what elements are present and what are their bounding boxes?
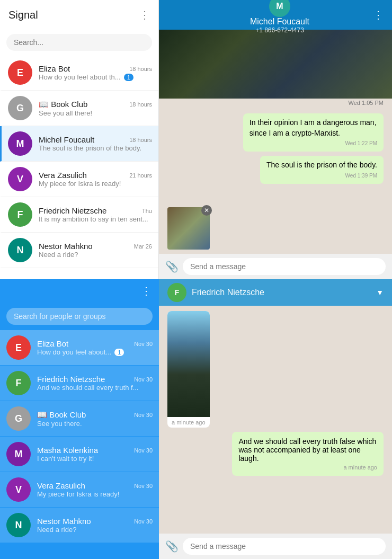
- avatar-michel: M: [8, 131, 32, 156]
- contact-preview-friedrich: It is my ambition to say in ten sent...: [39, 215, 152, 223]
- contact-item-bottom-vera_b[interactable]: V Vera Zasulich Nov 30 My piece for Iskr…: [0, 472, 159, 507]
- badge-eliza: 1: [124, 74, 133, 81]
- contact-item-bottom-friedrich_b[interactable]: F Friedrich Nietzsche Nov 30 And we shou…: [0, 366, 159, 401]
- contact-name-bookclub: 📖 Book Club: [39, 100, 87, 109]
- chat-input-bottom[interactable]: [183, 538, 386, 555]
- attach-icon-top[interactable]: 📎: [165, 260, 179, 273]
- contact-preview-bottom-bookclub_b: See you there.: [37, 420, 153, 428]
- timestamp-above-messages: Wed 1:05 PM: [159, 99, 392, 108]
- contact-name-michel: Michel Foucault: [39, 135, 94, 144]
- chat-header-top: M Michel Foucault +1 866-672-4473 ⋮: [159, 0, 392, 30]
- message-2: The soul is the prison of the body.Wed 1…: [260, 156, 384, 184]
- contact-info-vera: Vera Zasulich 21 hours My piece for Iskr…: [39, 171, 152, 188]
- message-1: In their opinion I am a dangerous man, s…: [243, 113, 384, 152]
- avatar-bottom-masha_b: M: [6, 442, 31, 466]
- avatar-bottom-friedrich_b: F: [6, 371, 31, 395]
- contact-item-bookclub[interactable]: G 📖 Book Club 18 hours See you all there…: [0, 91, 158, 126]
- contact-info-nestor: Nestor Mahkno Mar 26 Need a ride?: [39, 242, 152, 259]
- message-time-2: Wed 1:39 PM: [266, 172, 377, 180]
- contact-time-vera: 21 hours: [129, 172, 152, 179]
- chat-more-icon[interactable]: ⋮: [373, 8, 384, 21]
- header-avatar-top: M: [269, 0, 290, 17]
- contact-preview-bookclub: See you all there!: [39, 109, 152, 117]
- app-header: Signal ⋮: [0, 0, 158, 30]
- contact-time-michel: 18 hours: [129, 137, 152, 143]
- contact-preview-nestor: Need a ride?: [39, 251, 152, 259]
- avatar-bottom-vera_b: V: [6, 477, 31, 502]
- contact-time-eliza: 18 hours: [129, 66, 152, 72]
- chat-contact-phone: +1 866-672-4473: [255, 26, 304, 34]
- contact-time-bottom-nestor_b: Nov 30: [134, 518, 153, 525]
- contact-info-bottom-friedrich_b: Friedrich Nietzsche Nov 30 And we should…: [37, 375, 153, 392]
- app-title: Signal: [8, 9, 38, 21]
- contact-time-bottom-eliza_b: Nov 30: [134, 341, 153, 347]
- contact-time-nestor: Mar 26: [134, 243, 152, 250]
- contact-preview-bottom-friedrich_b: And we should call every truth f...: [37, 384, 153, 392]
- chat-input-area-bottom: 📎: [159, 534, 392, 559]
- contact-name-bottom-eliza_b: Eliza Bot: [37, 339, 68, 348]
- contact-info-eliza: Eliza Bot 18 hours How do you feel about…: [39, 64, 152, 81]
- contact-time-bottom-friedrich_b: Nov 30: [134, 376, 153, 383]
- search-bar-top: [0, 30, 158, 55]
- contact-info-bottom-masha_b: Masha Kolenkina Nov 30 I can't wait to t…: [37, 446, 153, 463]
- dropdown-icon[interactable]: ▼: [376, 288, 384, 297]
- chat-bottom-messages: a minute ago And we should call every tr…: [159, 306, 392, 534]
- attach-icon-bottom[interactable]: 📎: [165, 540, 179, 553]
- search-input-top[interactable]: [6, 34, 152, 51]
- contact-item-bottom-masha_b[interactable]: M Masha Kolenkina Nov 30 I can't wait to…: [0, 437, 159, 472]
- contact-preview-bottom-nestor_b: Need a ride?: [37, 526, 153, 534]
- contact-info-bottom-vera_b: Vera Zasulich Nov 30 My piece for Iskra …: [37, 481, 153, 498]
- image-preview-area: ✕: [159, 203, 392, 254]
- contact-info-friedrich: Friedrich Nietzsche Thu It is my ambitio…: [39, 206, 152, 223]
- avatar-vera: V: [8, 167, 32, 191]
- contact-preview-michel: The soul is the prison of the body.: [39, 144, 152, 152]
- chat-bottom-avatar: F: [167, 283, 186, 302]
- avatar-bottom-eliza_b: E: [6, 335, 31, 360]
- contact-name-bottom-vera_b: Vera Zasulich: [37, 481, 85, 490]
- remove-image-button[interactable]: ✕: [201, 205, 212, 216]
- image-message-photo: [167, 311, 210, 417]
- contact-info-bottom-bookclub_b: 📖 Book Club Nov 30 See you there.: [37, 410, 153, 428]
- image-message-container: a minute ago: [167, 311, 210, 428]
- avatar-bottom-nestor_b: N: [6, 513, 31, 537]
- chat-contact-name: Michel Foucault: [250, 17, 309, 26]
- contact-info-bottom-eliza_b: Eliza Bot Nov 30 How do you feel about..…: [37, 339, 153, 356]
- avatar-friedrich: F: [8, 202, 32, 227]
- chat-top-photo: [159, 30, 392, 99]
- contact-name-bottom-nestor_b: Nestor Mahkno: [37, 517, 91, 526]
- contact-item-vera[interactable]: V Vera Zasulich 21 hours My piece for Is…: [0, 162, 158, 197]
- chat-bottom-contact-name: Friedrich Nietzsche: [192, 288, 373, 297]
- search-input-bottom[interactable]: [6, 308, 153, 325]
- more-options-icon[interactable]: ⋮: [139, 8, 150, 21]
- contact-time-bottom-vera_b: Nov 30: [134, 483, 153, 489]
- avatar-nestor: N: [8, 238, 32, 262]
- image-message-time: a minute ago: [167, 417, 210, 428]
- chat-input-area-top: 📎: [159, 254, 392, 279]
- sent-message-bottom: And we should call every truth false whi…: [232, 432, 384, 476]
- contact-time-bottom-bookclub_b: Nov 30: [134, 412, 153, 418]
- avatar-bookclub: G: [8, 96, 32, 120]
- contact-item-bottom-nestor_b[interactable]: N Nestor Mahkno Nov 30 Need a ride?: [0, 508, 159, 543]
- chat-bottom-header: F Friedrich Nietzsche ▼: [159, 279, 392, 306]
- contact-item-friedrich[interactable]: F Friedrich Nietzsche Thu It is my ambit…: [0, 197, 158, 233]
- contact-info-bottom-nestor_b: Nestor Mahkno Nov 30 Need a ride?: [37, 517, 153, 534]
- avatar-eliza: E: [8, 60, 32, 85]
- contact-item-eliza[interactable]: E Eliza Bot 18 hours How do you feel abo…: [0, 55, 158, 91]
- contact-item-michel[interactable]: M Michel Foucault 18 hours The soul is t…: [0, 126, 158, 162]
- contact-list-bottom: E Eliza Bot Nov 30 How do you feel about…: [0, 330, 159, 559]
- message-time-1: Wed 1:22 PM: [250, 140, 377, 147]
- bottom-header-bar: ⋮: [0, 279, 159, 303]
- contact-info-bookclub: 📖 Book Club 18 hours See you all there!: [39, 100, 152, 117]
- contact-preview-bottom-eliza_b: How do you feel about... 1: [37, 348, 153, 356]
- chat-header-info: M Michel Foucault +1 866-672-4473: [186, 0, 373, 34]
- contact-name-vera: Vera Zasulich: [39, 171, 87, 180]
- bottom-more-icon[interactable]: ⋮: [139, 282, 154, 299]
- contact-item-nestor[interactable]: N Nestor Mahkno Mar 26 Need a ride?: [0, 233, 158, 268]
- contact-preview-bottom-vera_b: My piece for Iskra is ready!: [37, 490, 153, 498]
- contact-info-michel: Michel Foucault 18 hours The soul is the…: [39, 135, 152, 152]
- contact-preview-vera: My piece for Iskra is ready!: [39, 180, 152, 188]
- contact-item-bottom-bookclub_b[interactable]: G 📖 Book Club Nov 30 See you there.: [0, 401, 159, 436]
- contact-name-bottom-friedrich_b: Friedrich Nietzsche: [37, 375, 105, 384]
- contact-item-bottom-eliza_b[interactable]: E Eliza Bot Nov 30 How do you feel about…: [0, 330, 159, 365]
- chat-input-top[interactable]: [183, 258, 386, 275]
